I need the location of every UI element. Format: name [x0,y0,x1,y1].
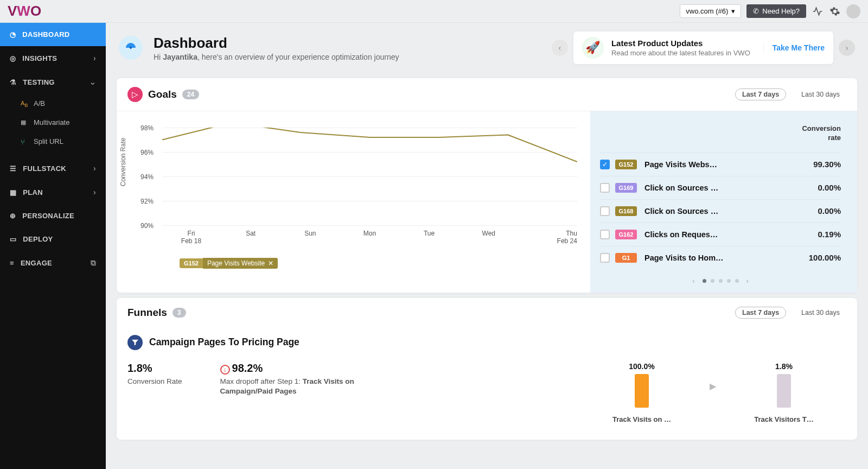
sidebar-item-label: PLAN [23,188,43,197]
sidebar-item-label: ENGAGE [21,259,52,267]
sidebar: ◔DASHBOARD ◎INSIGHTS › ⚗TESTING ⌄ ABA/B … [0,23,106,469]
goals-count-badge: 24 [182,90,199,99]
sidebar-item-insights[interactable]: ◎INSIGHTS › [0,46,106,70]
goal-row[interactable]: G169Click on Sources …0.00% [600,176,841,199]
sidebar-item-multivariate[interactable]: ▦Multivariate [0,113,106,132]
funnel-bar [777,374,791,408]
pager-dot[interactable] [719,279,723,283]
chip-id: G152 [180,258,203,268]
dropoff-stat: ↓98.2% Max dropoff after Step 1: Track V… [220,362,361,396]
topbar-right: vwo.com (#6) ▾ ✆ Need Help? [680,4,860,18]
product-update-card: 🚀 Latest Product Updates Read more about… [573,31,833,64]
goal-name: Clicks on Reques… [644,230,812,239]
goal-rate: 100.00% [809,253,841,262]
funnels-title: Funnels [127,307,167,319]
update-subtitle: Read more about the latest features in V… [611,49,750,57]
funnels-range-30[interactable]: Last 30 days [795,307,846,318]
site-selector-label: vwo.com (#6) [686,7,728,15]
sidebar-item-plan[interactable]: ▦PLAN › [0,180,106,204]
sidebar-item-fullstack[interactable]: ☰FULLSTACK › [0,156,106,180]
svg-point-0 [130,47,132,49]
sidebar-item-engage[interactable]: ≡ENGAGE ⧉ [0,251,106,275]
goals-card: ▷ Goals 24 Last 7 days Last 30 days Conv… [117,78,857,293]
dashboard-header-icon [119,36,143,60]
conversion-rate-label: Conversion Rate [127,377,182,386]
funnel-step-2: 1.8% Track Visitors T… [749,362,819,423]
goal-row[interactable]: G162Clicks on Reques…0.19% [600,223,841,246]
pager-dot[interactable] [727,279,731,283]
sidebar-item-split[interactable]: ⑂Split URL [0,132,106,151]
pager-dot[interactable] [711,279,714,283]
goal-name: Click on Sources … [644,207,812,216]
goal-name: Page Visits Webs… [644,160,808,169]
help-button[interactable]: ✆ Need Help? [746,4,806,18]
stack-icon: ☰ [10,164,16,173]
x-tick: Sat [222,230,280,245]
sidebar-item-label: TESTING [23,78,54,86]
goal-row[interactable]: ✓G152Page Visits Webs…99.30% [600,153,841,176]
active-series-chip[interactable]: G152 Page Visits Website✕ [180,258,278,269]
chevron-right-icon: › [93,188,96,197]
activity-icon[interactable] [812,5,824,17]
sidebar-item-label: INSIGHTS [22,54,57,62]
x-tick: Sun [281,230,339,245]
conversion-rate-stat: 1.8% Conversion Rate [127,362,182,386]
target-icon: ◎ [10,54,16,62]
sidebar-item-dashboard[interactable]: ◔DASHBOARD [0,23,106,46]
range-last-30-days[interactable]: Last 30 days [795,89,846,100]
goal-name: Page Visits to Hom… [644,253,803,262]
avatar[interactable] [846,4,860,18]
x-tick: FriFeb 18 [162,230,220,245]
goals-title: Goals [148,88,177,100]
pager-next[interactable]: › [743,277,752,285]
external-link-icon: ⧉ [91,258,96,268]
take-me-there-link[interactable]: Take Me There [763,43,825,52]
site-selector[interactable]: vwo.com (#6) ▾ [680,4,741,18]
update-title: Latest Product Updates [611,39,750,48]
page-header: Dashboard Hi Jayantika, here's an overvi… [106,23,868,73]
goal-id-badge: G168 [615,206,637,216]
goal-id-badge: G162 [615,230,637,239]
chevron-right-icon: › [93,164,96,173]
sidebar-item-deploy[interactable]: ▭DEPLOY [0,227,106,251]
gear-icon[interactable] [829,5,841,17]
goal-rate: 99.30% [813,160,841,169]
goal-row[interactable]: G1Page Visits to Hom…100.00% [600,246,841,269]
sidebar-item-testing[interactable]: ⚗TESTING ⌄ [0,70,106,94]
crosshair-icon: ⊕ [10,212,16,220]
conversion-rate-value: 1.8% [127,362,182,375]
range-last-7-days[interactable]: Last 7 days [735,88,786,100]
goal-checkbox[interactable]: ✓ [600,160,610,169]
chart-y-axis-label: Conversion Rate [119,138,127,186]
sidebar-item-ab[interactable]: ABA/B [0,94,106,113]
x-tick: Wed [459,230,518,245]
goal-checkbox[interactable] [600,253,610,263]
goal-row[interactable]: G168Click on Sources …0.00% [600,199,841,223]
funnels-card: Funnels 3 Last 7 days Last 30 days Campa… [117,298,857,440]
chevron-down-icon: ⌄ [90,78,96,86]
carousel-prev-button[interactable]: ‹ [552,40,568,56]
funnels-range-7[interactable]: Last 7 days [735,307,786,319]
dropoff-label: Max dropoff after Step 1: Track Visits o… [220,377,361,396]
carousel-next-button[interactable]: › [839,40,855,56]
chip-remove-icon[interactable]: ✕ [268,259,273,267]
help-label: Need Help? [762,7,800,15]
sidebar-item-label: Multivariate [34,118,69,126]
goal-rate: 0.00% [818,206,841,216]
goal-checkbox[interactable] [600,206,610,216]
gauge-icon: ◔ [10,30,16,39]
pager-prev[interactable]: ‹ [689,277,698,285]
funnel-bar [635,374,649,408]
calendar-icon: ▦ [10,188,16,197]
pager-dot[interactable] [703,279,706,283]
pager-dot[interactable] [735,279,739,283]
fork-icon: ⑂ [21,138,28,145]
sidebar-item-label: A/B [34,99,45,107]
goal-id-badge: G1 [615,253,637,263]
goal-checkbox[interactable] [600,230,610,239]
sidebar-item-label: DASHBOARD [22,30,69,39]
sidebar-item-personalize[interactable]: ⊕PERSONALIZE [0,204,106,227]
ab-icon: AB [21,100,28,107]
sidebar-item-label: FULLSTACK [23,164,66,173]
goal-checkbox[interactable] [600,183,610,193]
